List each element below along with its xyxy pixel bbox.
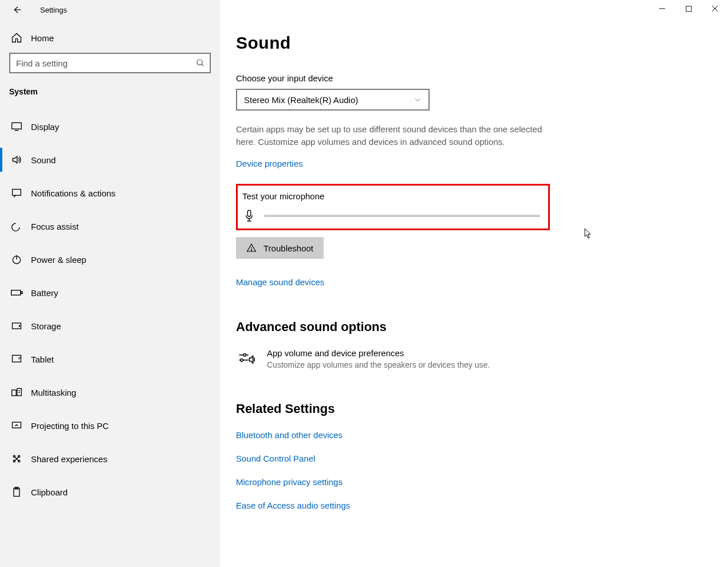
- sidebar-item-sound[interactable]: Sound: [0, 143, 220, 176]
- app-volume-preferences[interactable]: App volume and device preferences Custom…: [236, 348, 705, 369]
- sidebar-item-power[interactable]: Power & sleep: [0, 243, 220, 276]
- svg-rect-4: [11, 290, 21, 295]
- svg-rect-1: [12, 123, 22, 129]
- sidebar-item-label: Storage: [31, 321, 61, 331]
- svg-rect-18: [686, 6, 691, 11]
- clipboard-icon: [10, 486, 23, 498]
- pref-title: App volume and device preferences: [267, 348, 490, 358]
- nav-home-label: Home: [31, 33, 54, 43]
- input-device-select[interactable]: Stereo Mix (Realtek(R) Audio): [236, 89, 430, 111]
- troubleshoot-label: Troubleshoot: [263, 243, 313, 253]
- svg-point-20: [251, 250, 251, 250]
- sidebar-item-storage[interactable]: Storage: [0, 309, 220, 342]
- display-icon: [10, 120, 23, 133]
- nav-home[interactable]: Home: [0, 22, 220, 53]
- notifications-icon: [10, 187, 23, 199]
- sidebar-item-label: Battery: [31, 288, 58, 298]
- related-heading: Related Settings: [236, 401, 705, 416]
- storage-icon: [10, 320, 23, 332]
- minimize-icon: [659, 5, 666, 12]
- multitasking-icon: [10, 386, 23, 399]
- sidebar-item-shared[interactable]: Shared experiences: [0, 442, 220, 475]
- window-controls: [649, 0, 728, 17]
- svg-rect-19: [247, 210, 250, 216]
- related-links: Bluetooth and other devices Sound Contro…: [236, 430, 705, 510]
- minimize-button[interactable]: [649, 0, 675, 17]
- sidebar-item-label: Focus assist: [31, 222, 78, 231]
- sidebar-item-display[interactable]: Display: [0, 110, 220, 143]
- sidebar-item-label: Power & sleep: [31, 255, 86, 265]
- sliders-icon: [236, 348, 257, 369]
- maximize-button[interactable]: [675, 0, 702, 17]
- sidebar-item-clipboard[interactable]: Clipboard: [0, 475, 220, 509]
- battery-icon: [10, 286, 23, 299]
- close-button[interactable]: [702, 0, 728, 17]
- sidebar-item-label: Sound: [31, 155, 56, 165]
- microphone-level-bar: [264, 215, 540, 217]
- search-wrap: [0, 53, 220, 84]
- sidebar-item-label: Tablet: [31, 355, 54, 364]
- projecting-icon: [10, 419, 23, 432]
- sidebar-item-label: Display: [31, 122, 59, 132]
- nav-items: Display Sound Notifications & actions Fo…: [0, 110, 220, 509]
- sidebar-item-notifications[interactable]: Notifications & actions: [0, 176, 220, 210]
- pref-desc: Customize app volumes and the speakers o…: [267, 360, 490, 369]
- sidebar-item-battery[interactable]: Battery: [0, 276, 220, 309]
- related-link-mic-privacy[interactable]: Microphone privacy settings: [236, 477, 705, 487]
- svg-point-22: [241, 359, 243, 361]
- svg-point-21: [243, 354, 246, 356]
- related-link-control-panel[interactable]: Sound Control Panel: [236, 454, 705, 463]
- device-properties-link[interactable]: Device properties: [236, 159, 303, 168]
- search-input[interactable]: [9, 53, 211, 73]
- warning-icon: [246, 243, 257, 253]
- svg-rect-2: [13, 189, 21, 195]
- tablet-icon: [10, 353, 23, 365]
- focus-assist-icon: [10, 220, 23, 233]
- shared-icon: [10, 452, 23, 465]
- sidebar-item-label: Notifications & actions: [31, 188, 116, 198]
- input-device-label: Choose your input device: [236, 73, 705, 83]
- main: Sound Choose your input device Stereo Mi…: [220, 0, 728, 567]
- maximize-icon: [686, 6, 692, 12]
- chevron-down-icon: [414, 96, 422, 104]
- sidebar-item-tablet[interactable]: Tablet: [0, 342, 220, 376]
- advanced-heading: Advanced sound options: [236, 320, 705, 334]
- sidebar-group-label: System: [0, 84, 220, 102]
- svg-point-0: [197, 60, 202, 65]
- arrow-left-icon: [11, 5, 22, 15]
- window-title: Settings: [40, 6, 67, 14]
- page-title: Sound: [236, 33, 705, 53]
- sidebar: Settings Home System Display Sound Notif…: [0, 0, 220, 567]
- svg-rect-8: [13, 355, 21, 362]
- back-button[interactable]: [10, 3, 23, 16]
- svg-rect-5: [21, 292, 23, 293]
- sidebar-item-projecting[interactable]: Projecting to this PC: [0, 409, 220, 442]
- microphone-icon: [242, 209, 256, 223]
- home-icon: [10, 32, 23, 44]
- sound-icon: [10, 153, 23, 166]
- power-icon: [10, 253, 23, 266]
- sidebar-item-focus-assist[interactable]: Focus assist: [0, 210, 220, 243]
- related-link-ease-of-access[interactable]: Ease of Access audio settings: [236, 501, 705, 510]
- close-icon: [711, 5, 718, 12]
- sidebar-item-multitasking[interactable]: Multitasking: [0, 376, 220, 409]
- sidebar-item-label: Clipboard: [31, 487, 68, 497]
- titlebar: Settings: [0, 0, 220, 22]
- svg-rect-9: [12, 390, 17, 396]
- related-link-bluetooth[interactable]: Bluetooth and other devices: [236, 430, 705, 440]
- sidebar-item-label: Projecting to this PC: [31, 421, 109, 431]
- sidebar-item-label: Shared experiences: [31, 454, 107, 464]
- content: Sound Choose your input device Stereo Mi…: [220, 0, 728, 533]
- sidebar-item-label: Multitasking: [31, 388, 76, 397]
- input-device-desc: Certain apps may be set up to use differ…: [236, 123, 545, 148]
- test-microphone-section: Test your microphone: [236, 184, 550, 230]
- search-icon: [196, 58, 205, 68]
- troubleshoot-button[interactable]: Troubleshoot: [236, 237, 324, 259]
- manage-sound-devices-link[interactable]: Manage sound devices: [236, 277, 324, 287]
- input-device-selected: Stereo Mix (Realtek(R) Audio): [244, 95, 358, 105]
- svg-point-7: [19, 325, 20, 326]
- test-microphone-label: Test your microphone: [242, 191, 540, 201]
